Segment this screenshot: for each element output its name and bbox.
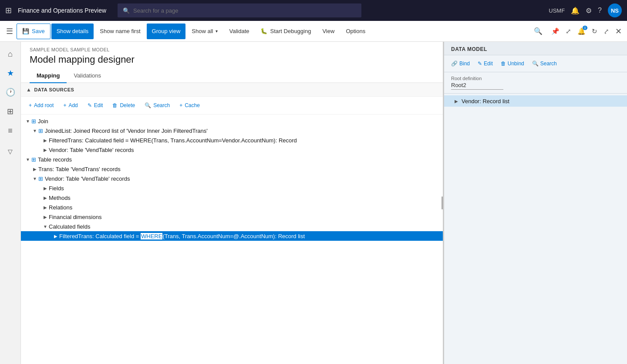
- findim-expand-arrow[interactable]: ▶: [42, 213, 49, 220]
- methods-expand-arrow[interactable]: ▶: [42, 194, 49, 201]
- breadcrumb: SAMPLE MODEL SAMPLE MODEL: [30, 47, 434, 52]
- data-source-toolbar: + Add root + Add ✎ Edit 🗑 Delete 🔍 S: [21, 97, 443, 115]
- joinedlist-icon: ⊞: [38, 128, 43, 134]
- sidebar-clock-icon[interactable]: 🕐: [2, 84, 19, 101]
- unbind-icon: 🗑: [501, 61, 506, 67]
- tree-node-filteredtrans2[interactable]: ▶ FilteredTrans: Calculated field = WHER…: [21, 231, 443, 241]
- toolbar-expand-icon[interactable]: ⤢: [564, 26, 573, 37]
- top-navigation: ⊞ Finance and Operations Preview 🔍 USMF …: [0, 0, 627, 21]
- show-details-button[interactable]: Show details: [51, 24, 94, 39]
- sidebar-list-icon[interactable]: ≡: [2, 122, 19, 139]
- filteredtrans1-expand-arrow[interactable]: ▶: [42, 137, 49, 144]
- tree-node-vendor1[interactable]: ▶ Vendor: Table 'VendTable' records: [21, 145, 443, 155]
- vendor2-icon: ⊞: [38, 175, 43, 182]
- toolbar-refresh-icon[interactable]: ↻: [590, 26, 599, 37]
- global-search-input[interactable]: [133, 7, 356, 14]
- company-label: USMF: [549, 7, 565, 14]
- bind-button[interactable]: 🔗 Bind: [448, 58, 473, 69]
- toolbar-popout-icon[interactable]: ⤤: [602, 26, 611, 37]
- findim-label: Financial dimensions: [49, 214, 101, 220]
- add-root-button[interactable]: + Add root: [24, 99, 58, 111]
- toolbar-pin-icon[interactable]: 📌: [549, 26, 561, 37]
- start-debugging-button[interactable]: 🐛 Start Debugging: [255, 24, 316, 39]
- search-ds-button[interactable]: 🔍 Search: [140, 99, 174, 111]
- data-sources-section-header: ▲ DATA SOURCES: [21, 83, 443, 97]
- toolbar-close-icon[interactable]: ✕: [614, 25, 624, 38]
- calcfields-collapse-arrow[interactable]: ▼: [42, 223, 49, 230]
- delete-button[interactable]: 🗑 Delete: [108, 99, 139, 111]
- show-all-button[interactable]: Show all ▾: [186, 24, 223, 39]
- help-icon[interactable]: ?: [598, 7, 602, 14]
- content-area: SAMPLE MODEL SAMPLE MODEL Model mapping …: [21, 42, 627, 364]
- tablerecords-icon: ⊞: [31, 156, 36, 163]
- tree-node-joinedlist[interactable]: ▼ ⊞ JoinedList: Joined Record list of 'V…: [21, 126, 443, 135]
- tab-mapping[interactable]: Mapping: [30, 69, 67, 83]
- filteredtrans2-expand-arrow[interactable]: ▶: [52, 233, 59, 239]
- fields-expand-arrow[interactable]: ▶: [42, 185, 49, 192]
- gear-icon[interactable]: ⚙: [586, 7, 592, 15]
- data-sources-collapse-arrow[interactable]: ▲: [26, 87, 31, 93]
- group-view-button[interactable]: Group view: [147, 24, 186, 39]
- side-navigation: ⌂ ★ 🕐 ⊞ ≡ ▽: [0, 42, 21, 364]
- hamburger-menu-icon[interactable]: ☰: [3, 27, 16, 36]
- action-toolbar: ☰ 💾 Save Show details Show name first Gr…: [0, 21, 627, 42]
- save-icon: 💾: [22, 28, 29, 34]
- unbind-button[interactable]: 🗑 Unbind: [497, 58, 528, 69]
- tree-node-relations[interactable]: ▶ Relations: [21, 202, 443, 212]
- debug-icon: 🐛: [260, 28, 267, 34]
- app-grid-icon[interactable]: ⊞: [5, 6, 12, 15]
- vendor-record-list-expand-arrow[interactable]: ▶: [453, 98, 460, 104]
- tree-node-join[interactable]: ▼ ⊞ Join: [21, 116, 443, 126]
- join-collapse-arrow[interactable]: ▼: [24, 118, 31, 125]
- cache-button[interactable]: + Cache: [175, 99, 204, 111]
- view-button[interactable]: View: [317, 24, 340, 39]
- tree-node-trans[interactable]: ▶ Trans: Table 'VendTrans' records: [21, 164, 443, 174]
- save-button[interactable]: 💾 Save: [17, 24, 51, 39]
- bell-icon[interactable]: 🔔: [571, 7, 580, 15]
- tree-node-vendor2[interactable]: ▼ ⊞ Vendor: Table 'VendTable' records: [21, 174, 443, 183]
- data-sources-tree-panel: ▼ ⊞ Join ▼ ⊞ JoinedList: Joined Record l…: [21, 115, 443, 364]
- tree-node-filteredtrans1[interactable]: ▶ FilteredTrans: Calculated field = WHER…: [21, 135, 443, 145]
- right-tree-node-vendor-record-list[interactable]: ▶ Vendor: Record list: [444, 95, 627, 107]
- vendor1-expand-arrow[interactable]: ▶: [42, 146, 49, 153]
- trans-expand-arrow[interactable]: ▶: [31, 165, 38, 172]
- sidebar-table-icon[interactable]: ⊞: [2, 103, 19, 120]
- add-icon: +: [63, 102, 66, 108]
- user-avatar[interactable]: NS: [608, 3, 622, 17]
- toolbar-notifications-icon[interactable]: 🔔0: [576, 26, 587, 37]
- dm-search-icon: 🔍: [532, 61, 539, 67]
- tree-node-fields[interactable]: ▶ Fields: [21, 183, 443, 193]
- sidebar-star-icon[interactable]: ★: [2, 64, 19, 82]
- edit-button[interactable]: ✎ Edit: [83, 99, 108, 111]
- page-header: SAMPLE MODEL SAMPLE MODEL Model mapping …: [21, 42, 443, 69]
- search-ds-icon: 🔍: [145, 102, 151, 108]
- dm-search-button[interactable]: 🔍 Search: [529, 58, 560, 69]
- dm-edit-button[interactable]: ✎ Edit: [474, 58, 496, 69]
- sidebar-filter-icon[interactable]: ▽: [2, 143, 19, 160]
- tree-node-calcfields[interactable]: ▼ Calculated fields: [21, 222, 443, 231]
- root-definition-value: Root2: [451, 82, 503, 90]
- filteredtrans2-label: FilteredTrans: Calculated field = WHERE(…: [59, 233, 305, 239]
- tablerecords-label: Table records: [38, 156, 72, 163]
- relations-expand-arrow[interactable]: ▶: [42, 204, 49, 211]
- data-sources-tree: ▼ ⊞ Join ▼ ⊞ JoinedList: Joined Record l…: [21, 115, 443, 243]
- sidebar-home-icon[interactable]: ⌂: [2, 45, 19, 63]
- tablerecords-collapse-arrow[interactable]: ▼: [24, 156, 31, 163]
- relations-label: Relations: [49, 204, 72, 211]
- add-button[interactable]: + Add: [59, 99, 82, 111]
- dm-edit-icon: ✎: [478, 61, 482, 67]
- tree-node-methods[interactable]: ▶ Methods: [21, 193, 443, 202]
- joinedlist-collapse-arrow[interactable]: ▼: [31, 127, 38, 134]
- validate-button[interactable]: Validate: [224, 24, 254, 39]
- page-title: Model mapping designer: [30, 54, 434, 65]
- vendor1-label: Vendor: Table 'VendTable' records: [49, 147, 134, 153]
- vendor2-collapse-arrow[interactable]: ▼: [31, 175, 38, 182]
- resize-handle[interactable]: [442, 196, 443, 209]
- tree-node-tablerecords[interactable]: ▼ ⊞ Table records: [21, 155, 443, 164]
- options-button[interactable]: Options: [340, 24, 371, 39]
- global-search-bar[interactable]: 🔍: [118, 3, 361, 17]
- toolbar-search-icon[interactable]: 🔍: [529, 27, 547, 35]
- tab-validations[interactable]: Validations: [67, 69, 108, 83]
- tree-node-findim[interactable]: ▶ Financial dimensions: [21, 212, 443, 222]
- show-name-first-button[interactable]: Show name first: [94, 24, 145, 39]
